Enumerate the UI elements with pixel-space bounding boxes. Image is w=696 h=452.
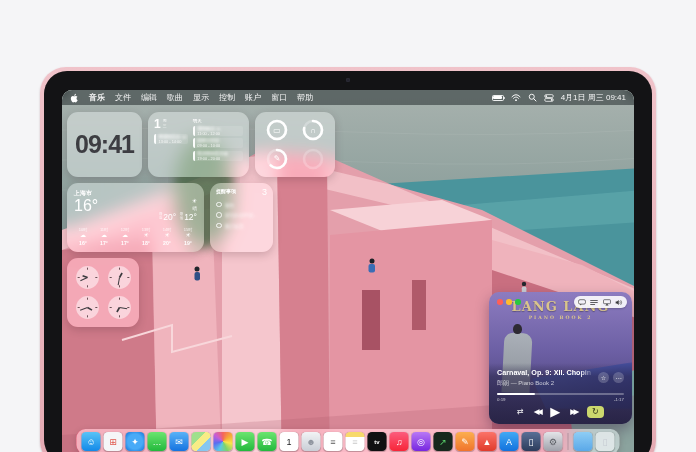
volume-icon[interactable] bbox=[615, 299, 623, 306]
menu-music[interactable]: 音乐 bbox=[89, 92, 105, 103]
hour-forecast: 11时 ☁ 17° bbox=[95, 227, 113, 246]
menu-window[interactable]: 窗口 bbox=[271, 92, 287, 103]
checkbox-circle-icon[interactable] bbox=[216, 212, 222, 218]
high-label: 最高 bbox=[158, 213, 162, 221]
calendar-event[interactable]: 遛狗聚会 ☁ 11:00 - 12:00 bbox=[193, 126, 243, 136]
menu-view[interactable]: 显示 bbox=[193, 92, 209, 103]
next-button[interactable]: ▶▶ bbox=[570, 407, 577, 416]
dock-calendar-icon[interactable]: 1 bbox=[280, 432, 299, 451]
track-artist: 郎朗 — Piano Book 2 bbox=[497, 379, 594, 388]
play-button[interactable]: ▶ bbox=[550, 405, 560, 418]
sun-icon: ☀ bbox=[179, 232, 197, 240]
close-button[interactable] bbox=[497, 299, 503, 305]
dock-iphone-mirroring-icon[interactable]: ▯ bbox=[522, 432, 541, 451]
remaining-time: -1:17 bbox=[614, 397, 624, 402]
apple-menu-icon[interactable] bbox=[70, 93, 79, 103]
battery-ring-empty bbox=[300, 146, 326, 172]
dock-maps-icon[interactable] bbox=[192, 432, 211, 451]
weather-temp: 16° bbox=[74, 198, 98, 215]
clock-widget[interactable]: 09:41 bbox=[67, 112, 142, 177]
menu-song[interactable]: 歌曲 bbox=[167, 92, 183, 103]
wifi-icon[interactable] bbox=[511, 94, 521, 102]
queue-icon[interactable] bbox=[590, 299, 598, 306]
shuffle-button[interactable]: ⇄ bbox=[517, 407, 524, 416]
dock-facetime-icon[interactable]: ▶ bbox=[236, 432, 255, 451]
calendar-event[interactable]: 美术馆的艺术展 19:00 - 20:00 bbox=[193, 151, 243, 161]
dock-icons: ☺⊞✦…✉▶☎1☻≡≡tv♫◎↗✎▲A▯⚙▯ bbox=[82, 432, 615, 451]
progress-bar[interactable] bbox=[497, 393, 624, 396]
checkbox-circle-icon[interactable] bbox=[216, 223, 222, 229]
dock-mail-icon[interactable]: ✉ bbox=[170, 432, 189, 451]
low-label: 最低 bbox=[179, 213, 183, 221]
macbook-icon: ▭ bbox=[264, 117, 290, 143]
reminder-item[interactable]: 遛狗 bbox=[216, 202, 267, 208]
control-center-icon[interactable] bbox=[544, 94, 554, 102]
dock-downloads-folder-icon[interactable] bbox=[574, 432, 593, 451]
cloud-icon: ☁ bbox=[74, 232, 92, 240]
dock-music-icon[interactable]: ♫ bbox=[390, 432, 409, 451]
menu-edit[interactable]: 编辑 bbox=[141, 92, 157, 103]
reminder-item[interactable]: 填写休假申请… bbox=[216, 212, 267, 218]
sun-icon: ☀ bbox=[137, 232, 155, 240]
hour-forecast: 12时 ☁ 17° bbox=[116, 227, 134, 246]
headphones-icon: ∩ bbox=[300, 117, 326, 143]
dock-trash-icon[interactable]: ▯ bbox=[596, 432, 615, 451]
dock-contacts-icon[interactable]: ☻ bbox=[302, 432, 321, 451]
world-clock-widget[interactable] bbox=[67, 258, 139, 327]
calendar-tomorrow-label: 明天 bbox=[193, 118, 243, 123]
cloud-icon: ☁ bbox=[95, 232, 113, 240]
dock-settings-icon[interactable]: ⚙ bbox=[544, 432, 563, 451]
checkbox-circle-icon[interactable] bbox=[216, 202, 222, 208]
weather-widget[interactable]: 上海市 16° ☀ 晴 最高 20° bbox=[67, 183, 204, 252]
dock-notes-icon[interactable]: ≡ bbox=[346, 432, 365, 451]
dock-divider bbox=[568, 433, 569, 450]
dock-reminders-icon[interactable]: ≡ bbox=[324, 432, 343, 451]
menu-controls[interactable]: 控制 bbox=[219, 92, 235, 103]
ipad-device: 音乐 文件 编辑 歌曲 显示 控制 账户 窗口 帮助 bbox=[40, 67, 656, 452]
repeat-button[interactable]: ↻ bbox=[587, 406, 604, 418]
event-time: 19:00 - 20:00 bbox=[197, 156, 243, 161]
lyrics-icon[interactable] bbox=[578, 299, 586, 306]
dock-apple-tv-icon[interactable]: tv bbox=[368, 432, 387, 451]
dock-photos-icon[interactable] bbox=[214, 432, 233, 451]
menubar-datetime[interactable]: 4月1日 周三 09:41 bbox=[561, 92, 626, 103]
menu-file[interactable]: 文件 bbox=[115, 92, 131, 103]
calendar-day: 1 bbox=[154, 118, 161, 130]
analog-clock bbox=[106, 294, 133, 321]
calendar-event[interactable]: 烘焙工作坊 09:00 - 10:00 bbox=[193, 138, 243, 148]
zoom-button[interactable] bbox=[515, 299, 521, 305]
batteries-widget[interactable]: ▭ ∩ ✎ bbox=[255, 112, 335, 177]
menu-help[interactable]: 帮助 bbox=[297, 92, 313, 103]
dock-stocks-icon[interactable]: ↗ bbox=[434, 432, 453, 451]
dock-safari-icon[interactable]: ✦ bbox=[126, 432, 145, 451]
calendar-widget[interactable]: 1 周三 棒球同乐会 ☁ 13:00 - 14:00 明天 遛狗聚会 ☁ 11:… bbox=[148, 112, 249, 177]
favorite-button[interactable]: ☆ bbox=[598, 372, 609, 383]
calendar-event-today[interactable]: 棒球同乐会 ☁ 13:00 - 14:00 bbox=[154, 134, 188, 144]
previous-button[interactable]: ◀◀ bbox=[534, 407, 541, 416]
track-title: Carnaval, Op. 9: XII. Chopin bbox=[497, 368, 594, 377]
search-icon[interactable] bbox=[528, 93, 537, 102]
airplay-icon[interactable] bbox=[603, 299, 611, 306]
dock-phone-icon[interactable]: ☎ bbox=[258, 432, 277, 451]
device-bezel: 音乐 文件 编辑 歌曲 显示 控制 账户 窗口 帮助 bbox=[44, 71, 652, 452]
event-time: 09:00 - 10:00 bbox=[197, 143, 243, 148]
dock-pages-icon[interactable]: ✎ bbox=[456, 432, 475, 451]
reminders-widget[interactable]: 提醒事项 3 遛狗 填写休假申请… 预订机票 bbox=[210, 183, 273, 252]
hour-forecast: 13时 ☀ 18° bbox=[137, 227, 155, 246]
dock-messages-icon[interactable]: … bbox=[148, 432, 167, 451]
minimize-button[interactable] bbox=[506, 299, 512, 305]
battery-icon[interactable] bbox=[492, 95, 504, 101]
menu-account[interactable]: 账户 bbox=[245, 92, 261, 103]
music-miniplayer[interactable]: LANG LANG PIANO BOOK 2 bbox=[489, 292, 632, 424]
more-button[interactable]: ⋯ bbox=[613, 372, 624, 383]
dock-launchpad-icon[interactable]: ⊞ bbox=[104, 432, 123, 451]
dock-app-store-icon[interactable]: A bbox=[500, 432, 519, 451]
dock-finder-icon[interactable]: ☺ bbox=[82, 432, 101, 451]
dock-podcasts-icon[interactable]: ◎ bbox=[412, 432, 431, 451]
battery-ring-headphones: ∩ bbox=[300, 117, 326, 143]
reminder-item[interactable]: 预订机票 bbox=[216, 223, 267, 229]
reminder-label: 预订机票 bbox=[225, 223, 244, 229]
battery-ring-macbook: ▭ bbox=[264, 117, 290, 143]
dock-rocket-icon[interactable]: ▲ bbox=[478, 432, 497, 451]
analog-clock bbox=[106, 264, 133, 291]
